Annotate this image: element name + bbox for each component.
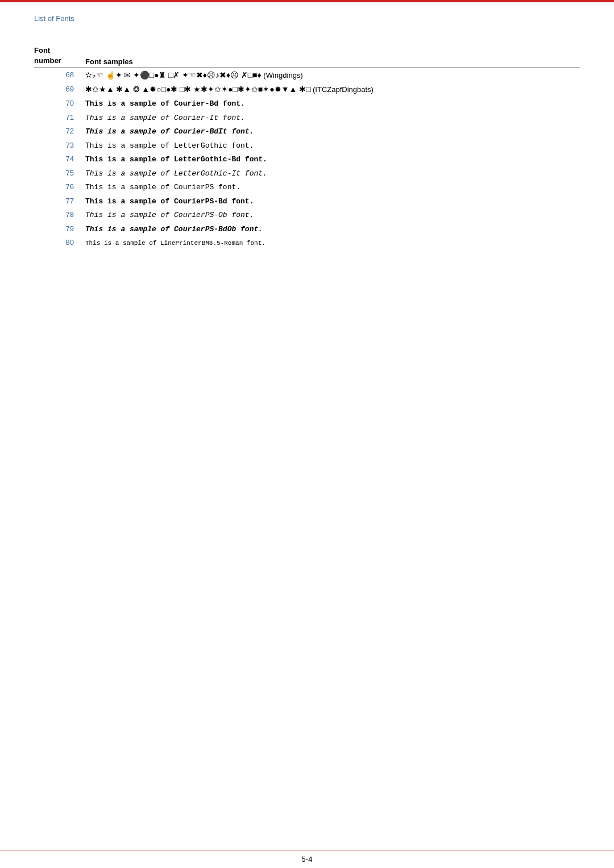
- table-row: 71 This is a sample of Courier-It font.: [34, 111, 580, 125]
- font-number-header: Font number: [34, 45, 85, 66]
- font-number-69: 69: [34, 84, 85, 93]
- table-row: 70 This is a sample of Courier-Bd font.: [34, 97, 580, 111]
- font-sample-73: This is a sample of LetterGothic font.: [85, 140, 254, 152]
- font-sample-74: This is a sample of LetterGothic-Bd font…: [85, 154, 267, 165]
- table-row: 80 This is a sample of LinePrinterBM8.5-…: [34, 236, 580, 249]
- font-number-77: 77: [34, 195, 85, 205]
- font-sample-68: ✫♭☜ ☝✦ ✉ ✦⚫□●♜ □✗ ✦☜✖♦☹♪✖♦☹ ✗□■♦ (Wingdi…: [85, 69, 303, 81]
- font-number-70: 70: [34, 98, 85, 107]
- zapfdingbats-69-glyphs: ✱✩★▲ ✱▲ ❂ ▲✸○□●✱ □✱ ★✱✦✩✶●□✱✦✩■✶●✸▼▲ ✱□: [85, 85, 310, 94]
- zapfdingbats-69-label: (ITCZapfDingbats): [313, 85, 374, 94]
- table-row: 75 This is a sample of LetterGothic-It f…: [34, 166, 580, 181]
- font-sample-72: This is a sample of Courier-BdIt font.: [85, 126, 254, 137]
- font-sample-80: This is a sample of LinePrinterBM8.5-Rom…: [85, 239, 265, 248]
- wingdings-68-label: (Wingdings): [263, 71, 302, 80]
- font-sample-76: This is a sample of CourierPS font.: [85, 182, 240, 193]
- font-sample-79: This is a sample of CourierPS-BdOb font.: [85, 224, 263, 235]
- font-number-74: 74: [34, 153, 85, 163]
- table-row: 68 ✫♭☜ ☝✦ ✉ ✦⚫□●♜ □✗ ✦☜✖♦☹♪✖♦☹ ✗□■♦ (Win…: [34, 68, 580, 82]
- font-number-68: 68: [34, 69, 85, 79]
- font-sample-69: ✱✩★▲ ✱▲ ❂ ▲✸○□●✱ □✱ ★✱✦✩✶●□✱✦✩■✶●✸▼▲ ✱□ …: [85, 84, 374, 95]
- table-row: 69 ✱✩★▲ ✱▲ ❂ ▲✸○□●✱ □✱ ★✱✦✩✶●□✱✦✩■✶●✸▼▲ …: [34, 82, 580, 97]
- table-row: 74 This is a sample of LetterGothic-Bd f…: [34, 152, 580, 166]
- font-number-75: 75: [34, 168, 85, 177]
- font-col-top: Font: [34, 45, 85, 56]
- font-number-71: 71: [34, 112, 85, 122]
- table-row: 76 This is a sample of CourierPS font.: [34, 180, 580, 194]
- content-area: List of Fonts Font number Font samples 6…: [0, 2, 614, 850]
- font-col-bottom: number: [34, 56, 85, 66]
- table-row: 78 This is a sample of CourierPS-Ob font…: [34, 208, 580, 222]
- font-sample-78: This is a sample of CourierPS-Ob font.: [85, 210, 254, 221]
- table-header-section: Font number Font samples: [34, 45, 580, 68]
- font-number-72: 72: [34, 126, 85, 135]
- font-number-79: 79: [34, 223, 85, 233]
- font-samples-header: Font samples: [85, 57, 133, 66]
- table-row: 73 This is a sample of LetterGothic font…: [34, 139, 580, 153]
- font-number-78: 78: [34, 209, 85, 219]
- font-number-76: 76: [34, 181, 85, 191]
- font-sample-71: This is a sample of Courier-It font.: [85, 112, 245, 124]
- footer: 5-4: [0, 850, 614, 868]
- font-number-80: 80: [34, 237, 85, 247]
- font-sample-77: This is a sample of CourierPS-Bd font.: [85, 196, 254, 207]
- font-sample-70: This is a sample of Courier-Bd font.: [85, 98, 245, 110]
- table-row: 79 This is a sample of CourierPS-BdOb fo…: [34, 222, 580, 236]
- font-sample-75: This is a sample of LetterGothic-It font…: [85, 168, 267, 180]
- page-number: 5-4: [302, 855, 313, 863]
- list-of-fonts-link[interactable]: List of Fonts: [34, 14, 74, 23]
- wingdings-68-glyphs: ✫♭☜ ☝✦ ✉ ✦⚫□●♜ □✗ ✦☜✖♦☹♪✖♦☹ ✗□■♦: [85, 71, 262, 80]
- font-number-73: 73: [34, 140, 85, 149]
- table-row: 72 This is a sample of Courier-BdIt font…: [34, 124, 580, 139]
- table-row: 77 This is a sample of CourierPS-Bd font…: [34, 194, 580, 208]
- column-headers: Font number Font samples: [34, 45, 580, 68]
